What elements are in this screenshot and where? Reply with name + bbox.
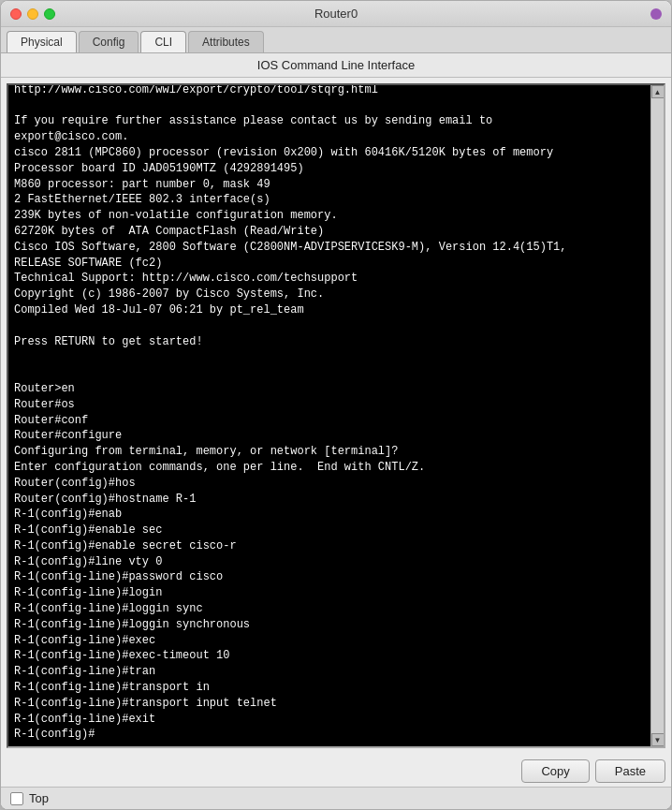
status-indicator [650,8,662,20]
tab-attributes[interactable]: Attributes [188,31,264,52]
tab-bar: Physical Config CLI Attributes [1,27,671,53]
terminal-text: importers, exporters, distributors and u… [14,85,645,743]
top-checkbox[interactable] [10,792,23,805]
terminal-wrapper: importers, exporters, distributors and u… [1,78,671,754]
vertical-scrollbar[interactable]: ▲ ▼ [650,85,664,746]
top-label: Top [29,791,49,805]
tab-physical[interactable]: Physical [7,31,77,52]
terminal-scroll-area[interactable]: importers, exporters, distributors and u… [8,85,650,746]
bottom-bar: Top [1,787,671,809]
tab-cli[interactable]: CLI [140,31,186,52]
paste-button[interactable]: Paste [595,759,665,783]
button-row: Copy Paste [1,754,671,787]
interface-label: IOS Command Line Interface [1,53,671,78]
scroll-up-button[interactable]: ▲ [651,85,665,98]
traffic-lights [10,8,55,20]
titlebar: Router0 [1,1,671,27]
copy-button[interactable]: Copy [521,759,589,783]
maximize-button[interactable] [44,8,55,20]
main-window: Router0 Physical Config CLI Attributes I… [0,0,672,810]
close-button[interactable] [10,8,22,20]
scrollbar-track[interactable] [651,98,664,733]
window-title: Router0 [314,7,358,21]
minimize-button[interactable] [27,8,38,20]
terminal-container[interactable]: importers, exporters, distributors and u… [7,83,665,748]
scroll-down-button[interactable]: ▼ [651,733,665,746]
tab-config[interactable]: Config [79,31,139,52]
